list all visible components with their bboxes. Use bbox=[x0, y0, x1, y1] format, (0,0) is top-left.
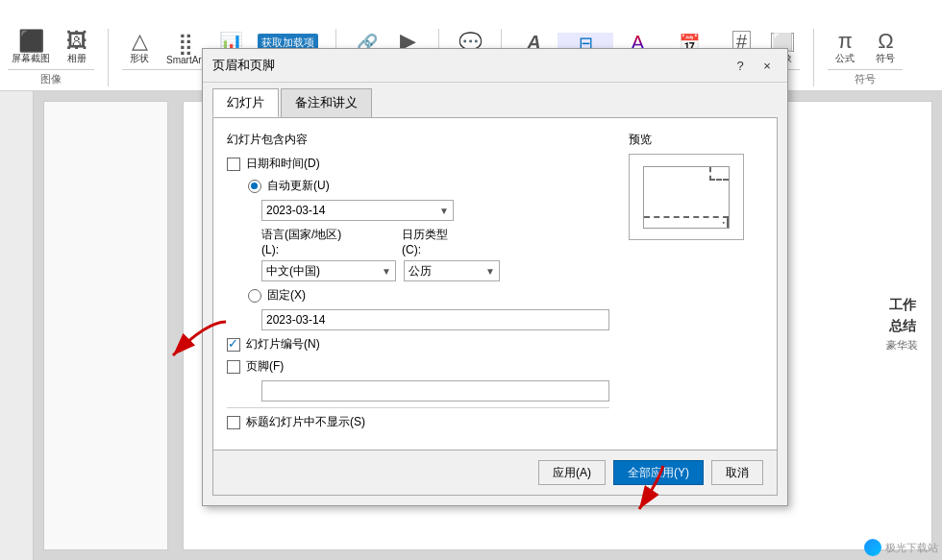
shapes-icon: △ bbox=[132, 31, 148, 52]
dialog-tabs: 幻灯片 备注和讲义 bbox=[203, 83, 787, 117]
image-group-label: 图像 bbox=[8, 69, 94, 86]
footer-text-input[interactable] bbox=[261, 380, 609, 402]
datetime-row: 日期和时间(D) bbox=[227, 156, 609, 172]
smartart-icon: ⣿ bbox=[178, 34, 193, 55]
datetime-checkbox[interactable] bbox=[227, 158, 240, 171]
symbol-icon: Ω bbox=[878, 31, 893, 52]
screenshot-label: 屏幕截图 bbox=[12, 52, 50, 65]
date-format-value: 2023-03-14 bbox=[266, 204, 325, 217]
fixed-date-input[interactable] bbox=[261, 309, 609, 330]
auto-update-row: 自动更新(U) bbox=[248, 178, 609, 194]
preview-header-indicator bbox=[709, 167, 729, 181]
shapes-label: 形状 bbox=[130, 52, 149, 65]
datetime-label[interactable]: 日期和时间(D) bbox=[246, 156, 320, 172]
divider bbox=[227, 407, 609, 408]
slide-number-checkbox[interactable] bbox=[227, 338, 240, 352]
fixed-row: 固定(X) bbox=[248, 287, 609, 304]
tab-notes[interactable]: 备注和讲义 bbox=[281, 88, 372, 117]
fixed-input-row bbox=[261, 309, 609, 330]
dialog-title: 页眉和页脚 bbox=[212, 57, 275, 74]
shapes-button[interactable]: △ 形状 bbox=[122, 29, 157, 67]
auto-update-radio[interactable] bbox=[248, 180, 261, 193]
language-dropdown[interactable]: 中文(中国) ▼ bbox=[261, 260, 396, 281]
cancel-button[interactable]: 取消 bbox=[711, 460, 763, 485]
footer-label[interactable]: 页脚(F) bbox=[246, 358, 284, 375]
ribbon-group-symbols: π 公式 Ω 符号 符号 bbox=[828, 29, 903, 86]
slide-content-text: 工作 总结 豪华装 bbox=[886, 294, 918, 353]
tab-slide[interactable]: 幻灯片 bbox=[212, 88, 279, 117]
slide-number-label[interactable]: 幻灯片编号(N) bbox=[246, 336, 320, 353]
dialog-titlebar: 页眉和页脚 ? × bbox=[203, 49, 787, 83]
fixed-label[interactable]: 固定(X) bbox=[267, 287, 306, 304]
watermark-logo bbox=[864, 539, 881, 556]
photo-icon: 🖼 bbox=[66, 31, 87, 52]
calendar-label: 日历类型(C): bbox=[402, 227, 459, 256]
language-value: 中文(中国) bbox=[266, 263, 320, 280]
dont-show-checkbox[interactable] bbox=[227, 416, 240, 429]
separator-1 bbox=[108, 29, 109, 86]
separator-5 bbox=[813, 29, 814, 86]
dialog-close-button[interactable]: × bbox=[756, 55, 778, 76]
dialog-right-panel: 预览 ▪ bbox=[629, 132, 763, 436]
dialog-titlebar-controls: ? × bbox=[730, 55, 778, 76]
dont-show-row: 标题幻灯片中不显示(S) bbox=[227, 414, 609, 430]
screenshot-button[interactable]: ⬛ 屏幕截图 bbox=[8, 29, 54, 67]
symbol-label: 符号 bbox=[876, 52, 895, 65]
dialog-help-button[interactable]: ? bbox=[730, 55, 751, 76]
preview-number-indicator: ▪ bbox=[723, 219, 725, 226]
preview-box: ▪ bbox=[629, 154, 744, 240]
fixed-radio[interactable] bbox=[248, 289, 261, 303]
watermark-text: 极光下载站 bbox=[885, 541, 938, 555]
photo-label: 相册 bbox=[67, 52, 87, 65]
symbols-group-label: 符号 bbox=[828, 69, 903, 86]
smartart-label: SmartArt bbox=[166, 55, 204, 65]
dialog-body: 幻灯片包含内容 日期和时间(D) 自动更新(U) 2023-03-14 ▼ bbox=[212, 117, 778, 450]
ribbon-group-image: ⬛ 屏幕截图 🖼 相册 图像 bbox=[8, 29, 94, 86]
formula-button[interactable]: π 公式 bbox=[828, 29, 862, 67]
app-background: ⬛ 屏幕截图 🖼 相册 图像 △ 形状 ⣿ SmartArt bbox=[0, 0, 942, 560]
watermark: 极光下载站 bbox=[864, 539, 938, 556]
lang-dropdown-arrow: ▼ bbox=[382, 266, 391, 277]
formula-label: 公式 bbox=[835, 52, 855, 65]
date-format-dropdown-row: 2023-03-14 ▼ bbox=[261, 200, 609, 221]
lang-cal-dropdowns: 中文(中国) ▼ 公历 ▼ bbox=[261, 260, 609, 281]
section-title: 幻灯片包含内容 bbox=[227, 132, 609, 148]
preview-footer-indicator: ▪ bbox=[644, 216, 729, 228]
apply-button[interactable]: 应用(A) bbox=[538, 460, 606, 485]
calendar-value: 公历 bbox=[409, 263, 432, 280]
photo-button[interactable]: 🖼 相册 bbox=[60, 29, 94, 67]
slide-panel bbox=[43, 101, 168, 550]
dont-show-label[interactable]: 标题幻灯片中不显示(S) bbox=[246, 414, 365, 430]
dropdown-arrow: ▼ bbox=[439, 206, 449, 216]
footer-input-row bbox=[261, 380, 609, 402]
apply-all-button[interactable]: 全部应用(Y) bbox=[613, 460, 704, 485]
footer-checkbox[interactable] bbox=[227, 360, 240, 374]
dialog-left-panel: 幻灯片包含内容 日期和时间(D) 自动更新(U) 2023-03-14 ▼ bbox=[227, 132, 609, 436]
preview-label: 预览 bbox=[629, 132, 763, 148]
screenshot-icon: ⬛ bbox=[18, 31, 44, 52]
formula-icon: π bbox=[838, 31, 853, 52]
slide-number-row: 幻灯片编号(N) bbox=[227, 336, 609, 353]
page-header-footer-dialog: 页眉和页脚 ? × 幻灯片 备注和讲义 幻灯片包含内容 日期和时间(D) bbox=[202, 48, 788, 506]
ruler-left bbox=[0, 91, 34, 560]
lang-cal-row: 语言(国家/地区)(L): 日历类型(C): bbox=[261, 227, 609, 256]
calendar-dropdown[interactable]: 公历 ▼ bbox=[404, 260, 500, 281]
symbol-button[interactable]: Ω 符号 bbox=[868, 29, 903, 67]
footer-row: 页脚(F) bbox=[227, 358, 609, 375]
date-format-dropdown[interactable]: 2023-03-14 ▼ bbox=[261, 200, 454, 221]
preview-inner: ▪ bbox=[643, 166, 730, 229]
language-label: 语言(国家/地区)(L): bbox=[261, 227, 348, 256]
dialog-footer: 应用(A) 全部应用(Y) 取消 bbox=[212, 450, 778, 496]
auto-update-label[interactable]: 自动更新(U) bbox=[267, 178, 330, 194]
cal-dropdown-arrow: ▼ bbox=[485, 266, 495, 277]
